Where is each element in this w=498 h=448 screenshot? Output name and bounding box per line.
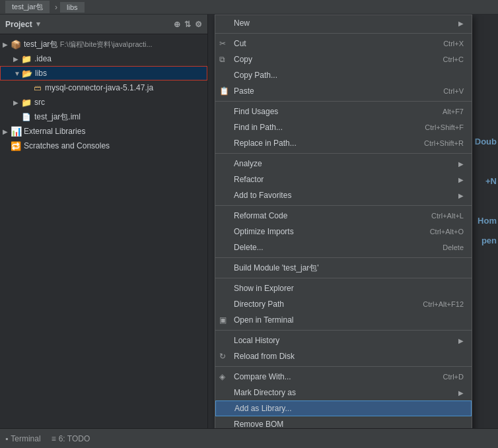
menu-item-replace-in-path[interactable]: Replace in Path...Ctrl+Shift+R [215,135,472,151]
tree-item-scratches[interactable]: 🔁 Scratches and Consoles [0,139,207,153]
menu-item-build-module[interactable]: Build Module 'test_jar包' [215,260,472,276]
delete-shortcut: Delete [443,243,464,251]
tree-item-libs[interactable]: ▼ 📂 libs [0,66,207,80]
cut-shortcut: Ctrl+X [443,40,464,48]
reload-disk-icon: ↻ [219,352,226,361]
find-usages-label: Find Usages [234,107,429,116]
menu-item-new[interactable]: New▶ [215,15,472,31]
menu-item-paste[interactable]: 📋PasteCtrl+V [215,83,472,99]
new-arrow: ▶ [458,20,464,27]
menu-item-find-in-path[interactable]: Find in Path...Ctrl+Shift+F [215,119,472,135]
terminal-button[interactable]: ▪ Terminal [5,434,41,443]
copy-label: Copy [234,55,430,64]
collapse-icon[interactable]: ⇅ [184,20,191,29]
tree-item-ext-libs[interactable]: ▶ 📊 External Libraries [0,124,207,139]
new-label: New [234,18,454,28]
menu-item-directory-path[interactable]: Directory PathCtrl+Alt+F12 [215,296,472,312]
title-tab-2[interactable]: libs [60,2,85,13]
scratches-icon: 🔁 [11,141,21,151]
tree-item-iml[interactable]: 📄 test_jar包.iml [0,110,207,124]
menu-item-refactor[interactable]: Refactor▶ [215,172,472,187]
todo-icon: ≡ [52,434,56,443]
find-in-path-label: Find in Path... [234,123,411,132]
arrow-root: ▶ [3,41,11,48]
todo-button[interactable]: ≡ 6: TODO [52,434,90,443]
title-tab-1[interactable]: test_jar包 [5,1,50,13]
tree-label-mysql: mysql-connector-java-5.1.47.ja [45,83,153,92]
menu-item-reformat[interactable]: Reformat CodeCtrl+Alt+L [215,208,472,224]
menu-item-open-terminal[interactable]: ▣Open in Terminal [215,312,472,328]
add-library-label: Add as Library... [234,404,463,413]
open-terminal-label: Open in Terminal [234,315,464,325]
tree-label-root: test_jar包 F:\编程\bite资料\java\practi... [24,39,153,50]
tree-label-ext: External Libraries [24,127,85,136]
menu-item-compare-with[interactable]: ◈Compare With...Ctrl+D [215,369,472,385]
menu-item-remove-bom[interactable]: Remove BOM [215,416,472,428]
paste-shortcut: Ctrl+V [443,87,464,95]
menu-item-optimize-imports[interactable]: Optimize ImportsCtrl+Alt+O [215,224,472,240]
menu-separator [215,205,472,206]
sidebar-title: Project [5,20,32,29]
directory-path-shortcut: Ctrl+Alt+F12 [423,300,464,308]
menu-item-reload-disk[interactable]: ↻Reload from Disk [215,348,472,364]
compare-with-shortcut: Ctrl+D [443,373,464,381]
tree-label-scratches: Scratches and Consoles [24,141,110,150]
menu-separator [215,101,472,102]
menu-item-local-history[interactable]: Local History▶ [215,333,472,348]
menu-separator [215,366,472,367]
tree-item-root[interactable]: ▶ 📦 test_jar包 F:\编程\bite资料\java\practi..… [0,37,207,51]
refactor-arrow: ▶ [458,176,464,183]
title-separator: › [55,3,57,12]
menu-item-delete[interactable]: Delete...Delete [215,240,472,255]
title-bar: test_jar包 › libs [0,0,498,15]
module-icon: 📦 [11,39,21,49]
paste-label: Paste [234,86,430,96]
sidebar-dropdown-icon[interactable]: ▾ [36,20,40,28]
menu-separator [215,278,472,278]
menu-separator [215,257,472,258]
reload-disk-label: Reload from Disk [234,352,464,361]
local-history-label: Local History [234,336,454,345]
main-layout: Project ▾ ⊕ ⇅ ⚙ ▶ 📦 test_jar包 F:\编程\bite… [0,15,498,428]
todo-label: 6: TODO [59,434,90,443]
side-hint-n: +N [485,176,498,186]
project-panel: Project ▾ ⊕ ⇅ ⚙ ▶ 📦 test_jar包 F:\编程\bite… [0,15,208,428]
compare-with-icon: ◈ [219,372,225,381]
folder-icon-libs: 📂 [22,68,32,79]
menu-item-find-usages[interactable]: Find UsagesAlt+F7 [215,104,472,119]
show-in-explorer-label: Show in Explorer [234,284,464,293]
menu-item-add-favorites[interactable]: Add to Favorites▶ [215,187,472,203]
tree-label-idea: .idea [34,54,52,63]
tree-label-iml: test_jar包.iml [34,112,81,123]
side-hint-pen: pen [481,236,498,245]
menu-item-copy-path[interactable]: Copy Path... [215,67,472,83]
find-in-path-shortcut: Ctrl+Shift+F [425,123,464,131]
replace-in-path-label: Replace in Path... [234,139,411,148]
menu-item-mark-directory[interactable]: Mark Directory as▶ [215,385,472,400]
paste-icon: 📋 [219,86,229,96]
menu-item-copy[interactable]: ⧉CopyCtrl+C [215,51,472,67]
menu-item-show-in-explorer[interactable]: Show in Explorer [215,280,472,296]
bottom-bar: ▪ Terminal ≡ 6: TODO [0,428,498,448]
context-menu: New▶✂CutCtrl+X⧉CopyCtrl+CCopy Path...📋Pa… [215,15,472,428]
arrow-src: ▶ [13,99,21,106]
sidebar-header-icons: ⊕ ⇅ ⚙ [174,20,202,29]
copy-icon: ⧉ [219,55,225,64]
menu-item-cut[interactable]: ✂CutCtrl+X [215,36,472,51]
cut-label: Cut [234,39,430,48]
tree-item-mysql-jar[interactable]: 🗃 mysql-connector-java-5.1.47.ja [0,80,207,95]
tree-item-src[interactable]: ▶ 📁 src [0,95,207,110]
settings-icon[interactable]: ⚙ [195,20,202,29]
copy-shortcut: Ctrl+C [443,55,464,63]
arrow-ext: ▶ [3,128,11,135]
menu-item-analyze[interactable]: Analyze▶ [215,156,472,172]
remove-bom-label: Remove BOM [234,420,464,428]
menu-item-add-library[interactable]: Add as Library... [215,400,472,416]
tree-label-libs: libs [35,69,47,78]
find-usages-shortcut: Alt+F7 [443,108,464,115]
globe-icon[interactable]: ⊕ [174,20,180,29]
optimize-imports-shortcut: Ctrl+Alt+O [430,228,464,236]
directory-path-label: Directory Path [234,300,409,309]
add-favorites-label: Add to Favorites [234,191,454,200]
tree-item-idea[interactable]: ▶ 📁 .idea [0,51,207,66]
